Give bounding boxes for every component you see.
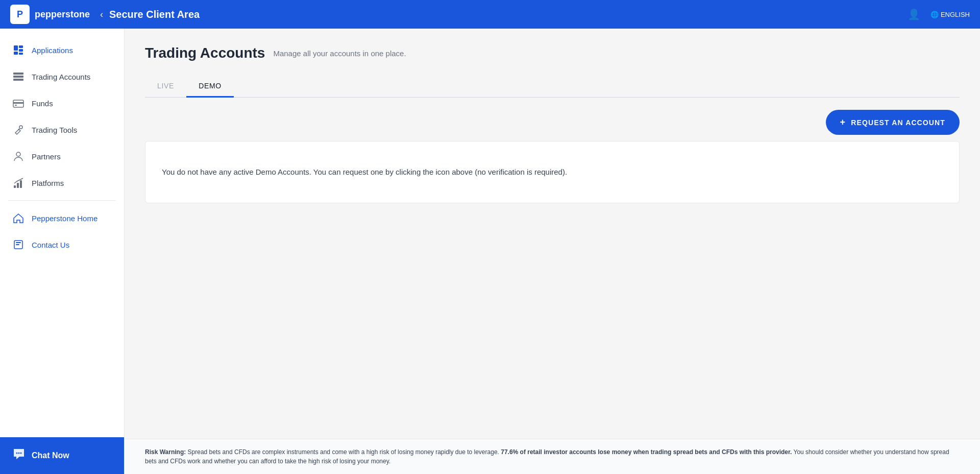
svg-rect-15 <box>17 183 19 188</box>
svg-point-22 <box>20 453 22 454</box>
sidebar-divider <box>8 200 116 201</box>
risk-warning-text: Spread bets and CFDs are complex instrum… <box>188 448 501 456</box>
globe-icon: 🌐 <box>930 11 939 18</box>
svg-rect-9 <box>13 102 23 104</box>
svg-rect-18 <box>16 242 21 243</box>
sidebar-item-label: Applications <box>32 46 73 55</box>
chat-icon <box>12 447 26 464</box>
sidebar-item-contact-us[interactable]: Contact Us <box>0 231 124 258</box>
platforms-icon <box>12 177 24 189</box>
logo[interactable]: P pepperstone <box>10 5 90 24</box>
svg-rect-3 <box>14 52 18 55</box>
user-icon[interactable]: 👤 <box>908 8 920 20</box>
main-content: Trading Accounts Manage all your account… <box>125 29 980 474</box>
plus-icon: + <box>840 117 846 128</box>
content-inner: Trading Accounts Manage all your account… <box>125 29 980 439</box>
request-btn-label: REQUEST AN ACCOUNT <box>851 118 945 127</box>
svg-rect-19 <box>16 244 19 245</box>
svg-rect-2 <box>19 49 23 52</box>
logo-name: pepperstone <box>35 9 90 20</box>
sidebar-nav: Applications Trading Accounts <box>0 29 124 437</box>
sidebar-item-trading-tools[interactable]: Trading Tools <box>0 116 124 143</box>
svg-rect-7 <box>13 73 23 75</box>
header-right: 👤 🌐 ENGLISH <box>908 8 970 20</box>
svg-rect-14 <box>14 185 16 188</box>
sidebar-item-label: Trading Accounts <box>32 73 90 81</box>
sidebar-item-partners[interactable]: Partners <box>0 143 124 170</box>
tabs: LIVE DEMO <box>145 76 960 98</box>
request-btn-row: + REQUEST AN ACCOUNT <box>145 110 960 135</box>
chat-now-label: Chat Now <box>32 451 69 460</box>
sidebar-item-label: Partners <box>32 152 61 161</box>
logo-icon: P <box>10 5 30 24</box>
back-button[interactable]: ‹ <box>100 9 103 20</box>
trading-accounts-icon <box>12 70 24 83</box>
sidebar: Applications Trading Accounts <box>0 29 125 474</box>
language-label: ENGLISH <box>941 11 970 18</box>
funds-icon <box>12 97 24 109</box>
svg-rect-5 <box>13 79 23 81</box>
risk-warning-prefix: Risk Warning: <box>145 448 186 456</box>
contact-icon <box>12 239 24 251</box>
sidebar-item-label: Platforms <box>32 179 64 187</box>
main-layout: Applications Trading Accounts <box>0 29 980 474</box>
empty-state-card: You do not have any active Demo Accounts… <box>145 141 960 203</box>
tab-live[interactable]: LIVE <box>145 76 186 98</box>
language-selector[interactable]: 🌐 ENGLISH <box>930 11 970 18</box>
svg-rect-4 <box>19 53 23 55</box>
svg-point-20 <box>16 453 18 454</box>
chat-now-button[interactable]: Chat Now <box>0 437 124 474</box>
sidebar-item-applications[interactable]: Applications <box>0 37 124 63</box>
partners-icon <box>12 150 24 162</box>
sidebar-item-platforms[interactable]: Platforms <box>0 170 124 196</box>
sidebar-item-label: Pepperstone Home <box>32 214 97 223</box>
tab-demo[interactable]: DEMO <box>186 76 234 98</box>
applications-icon <box>12 44 24 56</box>
page-subtitle: Manage all your accounts in one place. <box>273 49 406 58</box>
sidebar-item-label: Contact Us <box>32 241 69 249</box>
svg-point-21 <box>18 453 20 454</box>
top-header: P pepperstone ‹ Secure Client Area 👤 🌐 E… <box>0 0 980 29</box>
sidebar-item-label: Trading Tools <box>32 126 77 134</box>
page-header: Trading Accounts Manage all your account… <box>145 45 960 61</box>
svg-rect-10 <box>15 105 17 106</box>
empty-message: You do not have any active Demo Accounts… <box>162 166 943 178</box>
page-title: Trading Accounts <box>145 45 265 61</box>
sidebar-item-label: Funds <box>32 99 53 108</box>
sidebar-item-trading-accounts[interactable]: Trading Accounts <box>0 63 124 90</box>
risk-warning: Risk Warning: Spread bets and CFDs are c… <box>125 439 980 474</box>
svg-rect-1 <box>19 45 23 48</box>
sidebar-item-pepperstone-home[interactable]: Pepperstone Home <box>0 205 124 231</box>
trading-tools-icon <box>12 124 24 136</box>
home-icon <box>12 212 24 224</box>
header-title: Secure Client Area <box>109 9 200 20</box>
sidebar-item-funds[interactable]: Funds <box>0 90 124 116</box>
svg-rect-16 <box>20 180 22 188</box>
svg-point-11 <box>19 126 22 129</box>
svg-rect-0 <box>14 45 18 51</box>
risk-warning-highlight: 77.6% of retail investor accounts lose m… <box>501 448 792 456</box>
svg-rect-6 <box>13 76 23 78</box>
request-account-button[interactable]: + REQUEST AN ACCOUNT <box>826 110 960 135</box>
svg-point-13 <box>16 152 20 156</box>
